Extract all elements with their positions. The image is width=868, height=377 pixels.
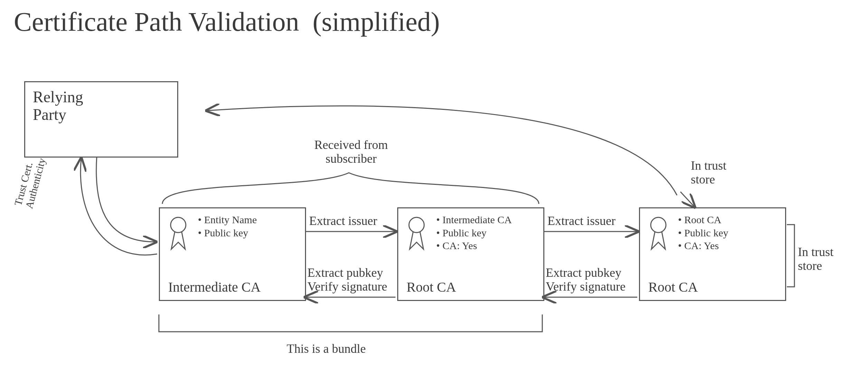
cert-fields: • Entity Name • Public key: [198, 213, 257, 239]
svg-point-1: [409, 217, 424, 233]
certificate-icon: [166, 215, 190, 253]
cert-issuer: Root CA: [648, 279, 698, 295]
relying-party-label: Relying Party: [33, 88, 83, 123]
arrow-rp-to-cert1: [96, 157, 155, 242]
received-label: Received from subscriber: [314, 138, 388, 166]
cert-issuer: Root CA: [407, 279, 456, 295]
diagram-title: Certificate Path Validation (simplified): [14, 7, 440, 37]
cert-issuer: Intermediate CA: [168, 279, 261, 295]
arrow-label-extract-pubkey-1: Extract pubkey: [307, 266, 383, 280]
certificate-icon: [404, 215, 429, 253]
arrow-trust-store-to-rp: [207, 106, 677, 195]
arrow-label-extract-pubkey-2: Extract pubkey: [546, 266, 621, 280]
cert-root: • Root CA • Public key • CA: Yes Root CA: [639, 207, 786, 301]
arrow-label-extract-issuer-2: Extract issuer: [547, 214, 616, 228]
cert-entity: • Entity Name • Public key Intermediate …: [159, 207, 306, 301]
arrow-label-verify-sig-1: Verify signature: [307, 280, 387, 294]
trust-authenticity-label: Trust Cert. Authenticity: [12, 154, 48, 210]
cert-intermediate: • Intermediate CA • Public key • CA: Yes…: [397, 207, 544, 301]
bundle-label: This is a bundle: [287, 342, 366, 356]
relying-party-box: Relying Party: [24, 81, 178, 158]
cert-fields: • Root CA • Public key • CA: Yes: [678, 213, 728, 252]
certificate-icon: [646, 215, 670, 253]
svg-point-2: [651, 217, 666, 233]
in-trust-store-top-label: In trust store: [691, 159, 726, 186]
in-trust-store-right-label: In trust store: [798, 245, 833, 273]
bracket-trust-store-right: [787, 225, 794, 287]
cert-fields: • Intermediate CA • Public key • CA: Yes: [436, 213, 512, 252]
diagram-canvas: Certificate Path Validation (simplified)…: [0, 0, 868, 377]
arrow-label-verify-sig-2: Verify signature: [546, 280, 626, 294]
brace-received: [162, 173, 539, 204]
arrow-label-extract-issuer-1: Extract issuer: [309, 214, 377, 228]
bracket-bundle: [159, 314, 542, 332]
arrows-overlay: [0, 0, 868, 377]
hook-trust-store-top: [680, 192, 694, 207]
arrow-cert1-to-rp: [80, 159, 157, 255]
svg-point-0: [171, 217, 186, 233]
